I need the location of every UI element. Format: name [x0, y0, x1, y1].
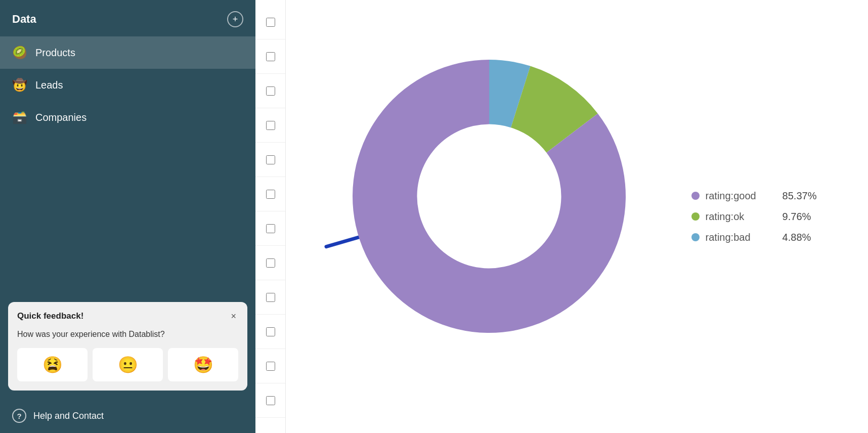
legend-value-bad: 4.88% [783, 232, 811, 243]
sidebar-item-leads-label: Leads [35, 79, 63, 91]
great-emoji: 🤩 [193, 355, 213, 374]
feedback-popup-header: Quick feedback! × [17, 311, 238, 322]
sidebar-item-leads[interactable]: 🤠 Leads [0, 69, 255, 101]
feedback-title: Quick feedback! [17, 311, 83, 321]
leads-icon: 🤠 [12, 78, 27, 92]
legend-dot-ok [691, 212, 700, 221]
help-contact[interactable]: ? Help and Contact [0, 399, 255, 433]
feedback-popup: Quick feedback! × How was your experienc… [8, 302, 247, 391]
feedback-emojis: 😫 😐 🤩 [17, 348, 238, 381]
sidebar-title: Data [12, 13, 36, 26]
sidebar: Data + 🥝 Products 🤠 Leads 🗃️ Companies Q… [0, 0, 255, 433]
sidebar-header: Data + [0, 0, 255, 36]
chart-legend: rating:good 85.37% rating:ok 9.76% ratin… [691, 190, 817, 243]
feedback-bad-button[interactable]: 😫 [17, 348, 88, 381]
legend-label-ok: rating:ok [706, 211, 776, 223]
neutral-emoji: 😐 [118, 355, 138, 374]
legend-item-ok: rating:ok 9.76% [691, 211, 817, 223]
feedback-question: How was your experience with Datablist? [17, 329, 238, 340]
chart-area: rating:good 85.37% rating:ok 9.76% ratin… [255, 0, 868, 433]
legend-label-good: rating:good [706, 190, 776, 202]
sidebar-item-products[interactable]: 🥝 Products [0, 36, 255, 69]
sidebar-nav: 🥝 Products 🤠 Leads 🗃️ Companies [0, 36, 255, 294]
products-icon: 🥝 [12, 46, 27, 60]
legend-item-good: rating:good 85.37% [691, 190, 817, 202]
sidebar-item-products-label: Products [35, 47, 75, 59]
legend-value-good: 85.37% [783, 190, 817, 202]
legend-item-bad: rating:bad 4.88% [691, 232, 817, 243]
legend-dot-bad [691, 233, 700, 241]
help-icon: ? [12, 409, 26, 423]
bad-emoji: 😫 [42, 355, 63, 374]
help-contact-label: Help and Contact [33, 411, 104, 421]
sidebar-item-companies[interactable]: 🗃️ Companies [0, 101, 255, 134]
companies-icon: 🗃️ [12, 110, 27, 124]
feedback-great-button[interactable]: 🤩 [168, 348, 238, 381]
donut-chart [337, 45, 681, 388]
feedback-close-button[interactable]: × [229, 311, 238, 322]
legend-label-bad: rating:bad [706, 232, 776, 243]
main-content: rating:good 85.37% rating:ok 9.76% ratin… [255, 0, 868, 433]
legend-value-ok: 9.76% [783, 211, 811, 223]
legend-dot-good [691, 192, 700, 200]
donut-chart-container: rating:good 85.37% rating:ok 9.76% ratin… [286, 0, 868, 433]
sidebar-item-companies-label: Companies [35, 112, 86, 123]
add-button[interactable]: + [227, 11, 243, 27]
feedback-neutral-button[interactable]: 😐 [93, 348, 163, 381]
